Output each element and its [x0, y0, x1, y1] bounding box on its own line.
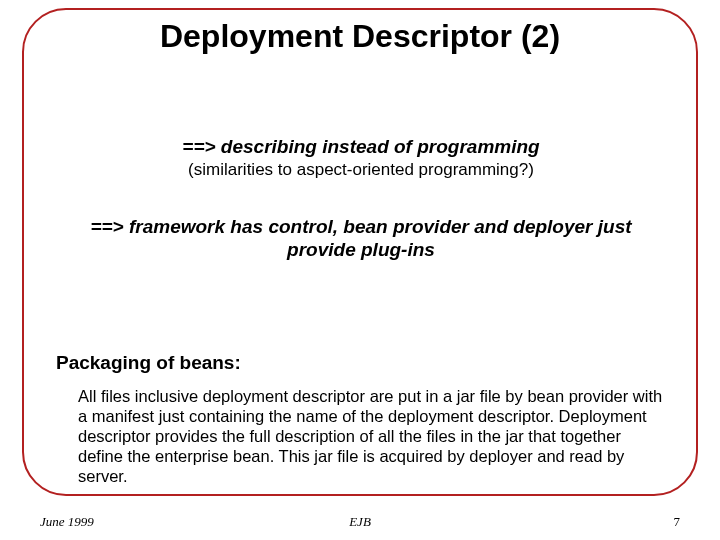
point-1-main: ==> describing instead of programming: [56, 136, 666, 158]
slide-title: Deployment Descriptor (2): [0, 18, 720, 55]
slide: Deployment Descriptor (2) ==> describing…: [0, 0, 720, 540]
point-2: ==> framework has control, bean provider…: [56, 216, 666, 262]
point-1-sub: (similarities to aspect-oriented program…: [56, 160, 666, 180]
slide-body: ==> describing instead of programming (s…: [56, 120, 666, 486]
section-body-text: All files inclusive deployment descripto…: [78, 386, 666, 487]
section-heading: Packaging of beans:: [56, 352, 666, 374]
footer-page-number: 7: [674, 514, 681, 530]
footer-topic: EJB: [40, 514, 680, 530]
